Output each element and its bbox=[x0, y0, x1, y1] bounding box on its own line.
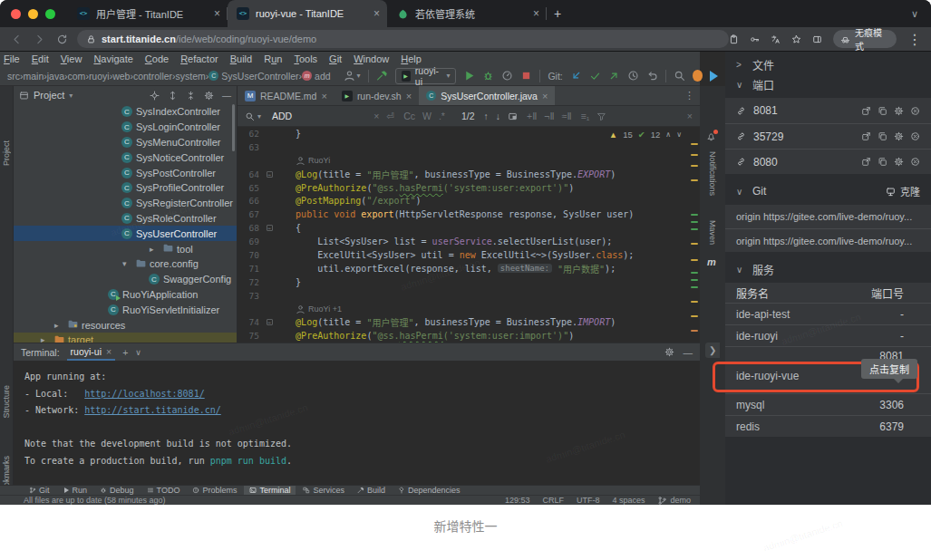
service-row[interactable]: redis6379 bbox=[725, 415, 931, 437]
prev-occurrence-icon[interactable]: ↑ bbox=[484, 111, 489, 121]
terminal-settings-icon[interactable] bbox=[664, 347, 674, 357]
regex-toggle[interactable]: .* bbox=[439, 111, 445, 121]
tree-item-sysnoticecontroller[interactable]: CSysNoticeController bbox=[14, 150, 237, 165]
collapse-all-icon[interactable] bbox=[186, 91, 196, 101]
tree-item-tool[interactable]: ▸tool bbox=[14, 241, 237, 256]
tree-item-sysregistercontroller[interactable]: CSysRegisterController bbox=[14, 196, 237, 211]
status-segment[interactable]: CRLF bbox=[542, 496, 564, 505]
toolwindow-run[interactable]: Run bbox=[57, 486, 93, 496]
tool-stripe-structure[interactable]: Structure bbox=[2, 385, 11, 419]
stop-button[interactable] bbox=[520, 70, 532, 82]
filter-lines-icon[interactable]: ≡₁ bbox=[581, 111, 590, 121]
tab-close-icon[interactable]: × bbox=[373, 7, 380, 20]
tab-close-icon[interactable]: × bbox=[542, 91, 548, 101]
tab-close-icon[interactable]: × bbox=[406, 91, 412, 101]
tree-item-target[interactable]: ▸target bbox=[14, 333, 237, 343]
stripe-mark[interactable] bbox=[691, 154, 698, 156]
stripe-mark[interactable] bbox=[691, 179, 698, 181]
fold-icon[interactable]: − bbox=[265, 171, 274, 178]
port-row[interactable]: 35729 bbox=[725, 123, 931, 149]
git-section-header[interactable]: ∨ Git 克隆 bbox=[725, 181, 931, 201]
breadcrumb-item[interactable]: madd bbox=[302, 71, 331, 82]
user-icon[interactable] bbox=[344, 70, 355, 82]
code-editor[interactable]: 62 }63RuoYi64− @Log(title = "用户管理", busi… bbox=[238, 127, 700, 343]
window-close-button[interactable] bbox=[11, 9, 21, 19]
breadcrumb-item[interactable]: system bbox=[176, 71, 206, 82]
copy-icon[interactable] bbox=[878, 131, 887, 141]
menu-run[interactable]: Run bbox=[264, 53, 282, 64]
toolwindow-dependencies[interactable]: Dependencies bbox=[393, 486, 466, 496]
error-stripe[interactable] bbox=[689, 127, 700, 343]
service-row-highlighted[interactable]: 8081ide-ruoyi-vue点击复制 bbox=[725, 346, 931, 393]
gear-icon[interactable] bbox=[894, 131, 904, 141]
run-configuration-select[interactable]: ▶ ruoyi-ui ▾ bbox=[395, 68, 457, 84]
stripe-mark[interactable] bbox=[691, 279, 698, 281]
x-circle-icon[interactable] bbox=[910, 157, 920, 167]
menu-refactor[interactable]: Refactor bbox=[180, 53, 218, 64]
hide-panel-icon[interactable]: — bbox=[222, 91, 231, 101]
tool-stripe-notifications[interactable]: Notifications bbox=[708, 151, 717, 196]
breadcrumb-item[interactable]: CSysUserController bbox=[209, 71, 298, 82]
new-tab-button[interactable]: + bbox=[547, 0, 568, 27]
git-push-icon[interactable] bbox=[608, 70, 620, 82]
history-clock-icon[interactable] bbox=[627, 70, 639, 82]
tool-stripe-project[interactable]: Project bbox=[2, 140, 11, 166]
side-panel-icon[interactable] bbox=[812, 34, 822, 44]
expand-all-icon[interactable] bbox=[168, 91, 178, 101]
tree-item-syslogincontroller[interactable]: CSysLoginController bbox=[14, 120, 237, 135]
menu-build[interactable]: Build bbox=[230, 53, 252, 64]
tree-item-resources[interactable]: ▸resources bbox=[14, 317, 237, 333]
browser-tab[interactable]: 若依管理系统× bbox=[387, 0, 547, 27]
words-toggle[interactable]: W bbox=[422, 111, 432, 121]
menu-code[interactable]: Code bbox=[145, 53, 169, 64]
toolwindow-services[interactable]: Services bbox=[297, 486, 350, 496]
status-segment[interactable]: UTF-8 bbox=[577, 496, 600, 505]
terminal-link[interactable]: http://start.titanide.cn/ bbox=[84, 405, 221, 415]
service-row[interactable]: ide-ruoyi- bbox=[725, 324, 931, 346]
toolwindow-todo[interactable]: TODO bbox=[141, 486, 186, 496]
forward-icon[interactable] bbox=[34, 34, 45, 45]
stripe-mark[interactable] bbox=[691, 228, 698, 230]
tree-item-sysusercontroller[interactable]: CSysUserController bbox=[14, 226, 237, 241]
profiler-button[interactable] bbox=[501, 70, 513, 82]
preserve-case-icon[interactable]: ≈Ⅱ bbox=[562, 111, 572, 121]
tree-item-ruoyiapplication[interactable]: CRuoYiApplication bbox=[14, 287, 237, 303]
ports-section-header[interactable]: ∨ 端口 bbox=[725, 74, 931, 94]
next-problem-icon[interactable]: ∨ bbox=[676, 130, 682, 139]
tab-search-chevron-icon[interactable]: ∨ bbox=[911, 0, 931, 27]
browser-menu-icon[interactable]: ⋮ bbox=[907, 31, 922, 48]
toolwindow-git[interactable]: Git bbox=[24, 486, 55, 496]
tree-item-sysindexcontroller[interactable]: CSysIndexController bbox=[14, 104, 237, 120]
filter-funnel-icon[interactable] bbox=[596, 111, 606, 121]
terminal-tab[interactable]: ruoyi-ui × bbox=[67, 344, 116, 361]
stripe-mark[interactable] bbox=[691, 286, 698, 288]
gear-icon[interactable] bbox=[894, 106, 904, 116]
gear-icon[interactable] bbox=[894, 157, 904, 167]
git-remote-row[interactable]: origin https://gitee.com/live-demo/ruoy.… bbox=[725, 205, 931, 228]
status-segment[interactable]: 4 spaces bbox=[612, 496, 645, 505]
tab-close-icon[interactable]: × bbox=[214, 7, 220, 20]
search-newline-icon[interactable]: ⏎ bbox=[386, 111, 394, 121]
search-everywhere-icon[interactable] bbox=[674, 70, 685, 82]
git-commit-icon[interactable] bbox=[589, 70, 601, 82]
author-inlay[interactable]: RuoYi +1 bbox=[274, 304, 342, 314]
notifications-bell-icon[interactable] bbox=[706, 131, 716, 141]
tree-collapsed-icon[interactable]: ▸ bbox=[41, 335, 45, 343]
git-branch-widget[interactable]: demo bbox=[657, 496, 691, 506]
menu-file[interactable]: File bbox=[4, 53, 20, 64]
tree-collapsed-icon[interactable]: ▸ bbox=[150, 245, 154, 254]
add-selection-icon[interactable]: +Ⅱ bbox=[527, 111, 537, 121]
stripe-mark[interactable] bbox=[691, 301, 698, 303]
breadcrumb-item[interactable]: com bbox=[68, 71, 86, 82]
tree-collapsed-icon[interactable]: ▸ bbox=[54, 321, 59, 330]
select-all-occurrences-icon[interactable] bbox=[508, 111, 518, 121]
maven-icon[interactable]: m bbox=[707, 256, 716, 267]
toolwindow-build[interactable]: Build bbox=[352, 486, 391, 496]
panel-collapse-icon[interactable]: ❯ bbox=[705, 343, 720, 358]
stripe-mark[interactable] bbox=[691, 315, 698, 317]
clone-button[interactable]: 克隆 bbox=[886, 184, 920, 198]
port-row[interactable]: 8080 bbox=[725, 149, 931, 174]
prev-problem-icon[interactable]: ∧ bbox=[665, 130, 671, 139]
window-zoom-button[interactable] bbox=[45, 9, 55, 19]
breadcrumb-item[interactable]: src bbox=[7, 71, 20, 82]
